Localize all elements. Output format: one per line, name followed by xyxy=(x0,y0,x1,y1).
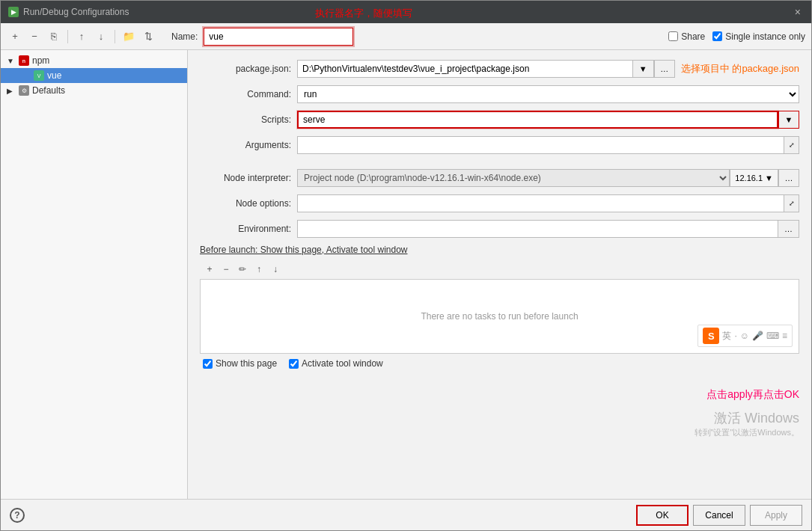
environment-row: Environment: … xyxy=(200,219,799,239)
node-options-label: Node options: xyxy=(200,198,297,209)
run-debug-dialog: ▶ Run/Debug Configurations × + − ⎘ ↑ ↓ 📁… xyxy=(0,0,812,531)
package-json-dropdown[interactable]: ▼ xyxy=(633,60,654,78)
node-version-badge: 12.16.1 ▼ xyxy=(730,169,778,187)
add-config-button[interactable]: + xyxy=(7,28,23,45)
scripts-label: Scripts: xyxy=(200,114,297,125)
arguments-input[interactable] xyxy=(297,136,784,154)
show-page-label[interactable]: Show this page xyxy=(203,358,277,369)
share-checkbox[interactable] xyxy=(668,31,678,41)
node-interpreter-group: Project node (D:\program\node-v12.16.1-w… xyxy=(297,169,799,187)
vue-label: vue xyxy=(47,70,61,81)
help-button[interactable]: ? xyxy=(10,508,25,523)
activate-tool-checkbox[interactable] xyxy=(289,359,299,369)
sogou-lang: 英 xyxy=(722,330,731,343)
package-json-row: package.json: ▼ … 选择项目中 的package.json xyxy=(200,59,799,79)
arguments-label: Arguments: xyxy=(200,140,297,150)
bl-edit-button[interactable]: ✏ xyxy=(236,263,249,276)
package-annotation: 选择项目中 的package.json xyxy=(681,62,799,76)
tree-item-npm[interactable]: ▼ n npm xyxy=(1,53,187,68)
toolbar-separator-2 xyxy=(115,30,115,43)
activate-tool-label[interactable]: Activate tool window xyxy=(289,358,383,369)
bl-add-button[interactable]: + xyxy=(203,263,216,276)
node-interpreter-select[interactable]: Project node (D:\program\node-v12.16.1-w… xyxy=(297,169,730,187)
tree-item-vue[interactable]: V vue xyxy=(1,68,187,83)
sogou-mic: 🎤 xyxy=(752,331,763,341)
package-json-input[interactable] xyxy=(297,60,633,78)
package-json-field-group: ▼ … xyxy=(297,60,675,78)
npm-icon: n xyxy=(19,55,29,66)
defaults-arrow: ▶ xyxy=(7,87,16,95)
no-tasks-text: There are no tasks to run before launch xyxy=(421,311,578,322)
before-launch-header: Before launch: Show this page, Activate … xyxy=(200,245,799,255)
remove-config-button[interactable]: − xyxy=(26,28,43,45)
close-button[interactable]: × xyxy=(792,6,804,18)
defaults-icon: ⚙ xyxy=(19,85,29,96)
before-launch-area: There are no tasks to run before launch … xyxy=(200,279,799,354)
help-area: ? xyxy=(10,508,25,523)
node-interpreter-row: Node interpreter: Project node (D:\progr… xyxy=(200,168,799,188)
scripts-dropdown[interactable]: ▼ xyxy=(778,111,799,129)
show-page-checkbox[interactable] xyxy=(203,359,213,369)
bl-down-button[interactable]: ↓ xyxy=(269,263,282,276)
share-section: Share Single instance only xyxy=(668,31,805,42)
cancel-button[interactable]: Cancel xyxy=(693,505,745,526)
package-json-browse[interactable]: … xyxy=(654,60,675,78)
sogou-icon: S xyxy=(703,328,719,344)
title-bar-left: ▶ Run/Debug Configurations xyxy=(8,7,129,17)
move-up-button[interactable]: ↑ xyxy=(73,28,90,45)
tree-item-defaults[interactable]: ▶ ⚙ Defaults xyxy=(1,83,187,98)
single-instance-checkbox[interactable] xyxy=(712,31,722,41)
ok-button[interactable]: OK xyxy=(636,505,689,526)
before-launch-bottom: Show this page Activate tool window xyxy=(200,354,799,373)
node-interpreter-browse[interactable]: … xyxy=(778,169,799,187)
name-label: Name: xyxy=(171,31,198,42)
environment-browse[interactable]: … xyxy=(778,220,799,238)
sogou-menu: ≡ xyxy=(782,331,787,341)
name-input[interactable] xyxy=(204,28,353,46)
section-divider xyxy=(200,161,799,168)
top-annotation: 执行器名字，随便填写 xyxy=(315,7,412,20)
folder-button[interactable]: 📁 xyxy=(120,28,137,45)
apply-button[interactable]: Apply xyxy=(750,505,802,526)
single-instance-label[interactable]: Single instance only xyxy=(712,31,805,42)
defaults-label: Defaults xyxy=(32,85,65,96)
environment-group: … xyxy=(297,220,799,238)
name-section: Name: xyxy=(171,28,665,46)
vue-icon: V xyxy=(34,70,44,81)
dialog-title: Run/Debug Configurations xyxy=(23,7,129,17)
before-launch-section: Before launch: Show this page, Activate … xyxy=(200,245,799,373)
node-options-input[interactable] xyxy=(297,194,784,212)
sort-button[interactable]: ⇅ xyxy=(140,28,156,45)
bl-remove-button[interactable]: − xyxy=(219,263,233,276)
scripts-input[interactable] xyxy=(297,111,778,129)
windows-title: 激活 Windows xyxy=(200,409,799,427)
node-options-row: Node options: ⤢ xyxy=(200,194,799,213)
dialog-footer: ? OK Cancel Apply xyxy=(1,499,811,530)
command-row: Command: run install test xyxy=(200,85,799,104)
windows-watermark: 激活 Windows 转到"设置"以激活Windows。 xyxy=(200,409,799,438)
environment-input[interactable] xyxy=(297,220,778,238)
npm-arrow: ▼ xyxy=(7,57,16,65)
scripts-row: Scripts: ▼ xyxy=(200,110,799,129)
before-launch-title: Before launch: Show this page, Activate … xyxy=(200,245,408,255)
arguments-field-group: ⤢ xyxy=(297,136,799,154)
move-down-button[interactable]: ↓ xyxy=(93,28,109,45)
arguments-expand[interactable]: ⤢ xyxy=(784,136,799,154)
command-label: Command: xyxy=(200,89,297,99)
bl-up-button[interactable]: ↑ xyxy=(252,263,266,276)
sogou-keyboard: ⌨ xyxy=(766,331,779,341)
package-json-label: package.json: xyxy=(200,64,297,74)
share-checkbox-label[interactable]: Share xyxy=(668,31,705,42)
sogou-dot: · xyxy=(734,331,736,341)
node-options-expand[interactable]: ⤢ xyxy=(784,194,799,212)
apply-ok-annotation-area: 点击apply再点击OK xyxy=(200,388,799,402)
command-select[interactable]: run install test xyxy=(297,85,799,103)
windows-subtitle: 转到"设置"以激活Windows。 xyxy=(200,427,799,438)
copy-config-button[interactable]: ⎘ xyxy=(46,28,62,45)
toolbar: + − ⎘ ↑ ↓ 📁 ⇅ Name: Share Single instanc… xyxy=(1,23,811,50)
sogou-bar: S 英 · ☺ 🎤 ⌨ ≡ xyxy=(697,325,793,347)
before-launch-toolbar: + − ✏ ↑ ↓ xyxy=(200,260,799,279)
toolbar-separator-1 xyxy=(67,30,68,43)
node-interpreter-label: Node interpreter: xyxy=(200,173,297,183)
arguments-row: Arguments: ⤢ xyxy=(200,135,799,155)
